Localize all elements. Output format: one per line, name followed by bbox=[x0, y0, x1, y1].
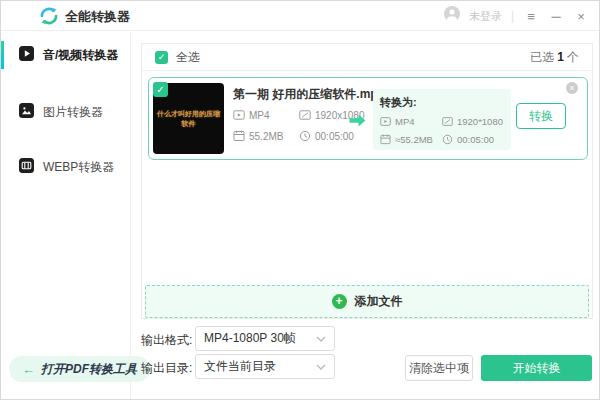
sidebar-item-label: 图片转换器 bbox=[43, 104, 103, 121]
target-panel: 转换为: MP4 1920*1080 ≈55.2MB bbox=[373, 89, 511, 150]
add-files-label: 添加文件 bbox=[355, 293, 403, 310]
output-dir-value: 文件当前目录 bbox=[204, 358, 316, 375]
target-duration: 00:05:00 bbox=[442, 134, 504, 145]
format-icon bbox=[233, 109, 245, 121]
source-format: MP4 bbox=[233, 109, 295, 121]
convert-to-label: 转换为: bbox=[380, 95, 504, 110]
titlebar: 全能转换器 未登录 | ≡ ─ × bbox=[1, 1, 599, 31]
chevron-down-icon bbox=[316, 364, 326, 370]
source-size: 55.2MB bbox=[233, 130, 295, 142]
file-card[interactable]: ✓ 什么才叫好用的压缩软件 第一期 好用的压缩软件.mp4 MP4 1920x1… bbox=[148, 77, 588, 160]
sidebar-item-image-converter[interactable]: 图片转换器 bbox=[1, 97, 130, 127]
size-icon bbox=[380, 134, 391, 145]
target-meta: MP4 1920*1080 ≈55.2MB 00:05:00 bbox=[380, 116, 504, 145]
sidebar-item-av-converter[interactable]: 音/视频转换器 bbox=[1, 40, 130, 70]
webp-converter-icon bbox=[19, 158, 34, 177]
target-format: MP4 bbox=[380, 116, 438, 127]
app-logo-icon bbox=[39, 6, 59, 30]
sidebar-item-label: WEBP转换器 bbox=[43, 159, 114, 176]
close-icon[interactable]: × bbox=[573, 10, 589, 23]
sidebar-item-label: 音/视频转换器 bbox=[43, 47, 118, 64]
output-format-label: 输出格式: bbox=[141, 332, 192, 349]
remove-file-icon[interactable]: × bbox=[566, 82, 578, 94]
output-format-select[interactable]: MP4-1080P 30帧 bbox=[195, 326, 335, 351]
titlebar-divider: | bbox=[511, 9, 514, 23]
file-name: 第一期 好用的压缩软件.mp4 bbox=[233, 86, 384, 103]
avatar[interactable] bbox=[444, 6, 460, 26]
output-dir-select[interactable]: 文件当前目录 bbox=[195, 354, 335, 379]
file-checkbox[interactable]: ✓ bbox=[153, 82, 168, 97]
resolution-icon bbox=[299, 109, 311, 121]
video-converter-icon bbox=[19, 46, 34, 65]
target-size: ≈55.2MB bbox=[380, 134, 438, 145]
file-list-panel: ✓ 全选 已选1个 ✓ 什么才叫好用的压缩软件 第一期 好用的压缩软件.mp4 … bbox=[141, 43, 593, 319]
convert-arrow-icon bbox=[348, 113, 367, 132]
format-icon bbox=[380, 116, 391, 127]
duration-icon bbox=[442, 134, 453, 145]
list-header: ✓ 全选 已选1个 bbox=[142, 44, 592, 71]
app-title: 全能转换器 bbox=[65, 8, 130, 26]
menu-icon[interactable]: ≡ bbox=[523, 10, 539, 23]
select-all-checkbox[interactable]: ✓ bbox=[155, 51, 168, 64]
output-format-value: MP4-1080P 30帧 bbox=[204, 330, 316, 347]
sidebar-item-webp-converter[interactable]: WEBP转换器 bbox=[1, 152, 130, 182]
add-files-dropzone[interactable]: + 添加文件 bbox=[145, 285, 589, 318]
open-pdf-tool-button[interactable]: ← 打开PDF转换工具 bbox=[9, 356, 150, 382]
start-convert-button[interactable]: 开始转换 bbox=[481, 355, 592, 381]
minimize-icon[interactable]: ─ bbox=[548, 10, 564, 23]
plus-icon: + bbox=[332, 294, 347, 309]
chevron-down-icon bbox=[316, 336, 326, 342]
convert-button[interactable]: 转换 bbox=[516, 103, 566, 129]
clear-selected-button[interactable]: 清除选中项 bbox=[405, 355, 473, 381]
resolution-icon bbox=[442, 116, 453, 127]
source-meta: MP4 1920x1080 55.2MB 00:05:00 bbox=[233, 109, 365, 142]
select-all-label[interactable]: 全选 bbox=[176, 49, 200, 66]
sidebar: 音/视频转换器 图片转换器 WEBP转换器 bbox=[1, 32, 131, 400]
image-converter-icon bbox=[19, 103, 34, 122]
login-status[interactable]: 未登录 bbox=[469, 9, 502, 24]
back-arrow-icon: ← bbox=[22, 362, 35, 377]
app-window: 全能转换器 未登录 | ≡ ─ × 音/ bbox=[0, 0, 600, 400]
pdf-tool-label: 打开PDF转换工具 bbox=[41, 361, 137, 378]
output-dir-label: 输出目录: bbox=[141, 360, 192, 377]
target-resolution: 1920*1080 bbox=[442, 116, 504, 127]
selected-count: 已选1个 bbox=[530, 49, 579, 66]
thumbnail-text: 什么才叫好用的压缩软件 bbox=[156, 109, 221, 127]
titlebar-right: 未登录 | ≡ ─ × bbox=[444, 1, 589, 31]
duration-icon bbox=[299, 130, 311, 142]
size-icon bbox=[233, 130, 245, 142]
